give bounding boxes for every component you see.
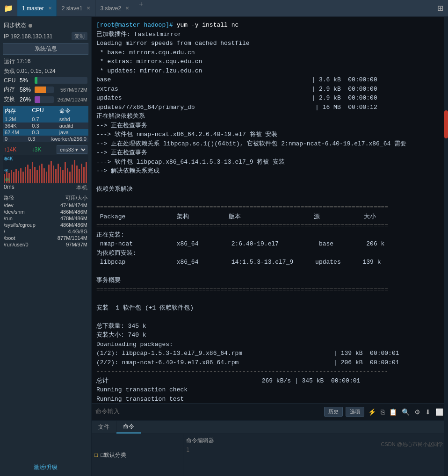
- sys-info-button[interactable]: 系统信息: [3, 43, 88, 55]
- svg-rect-34: [83, 167, 85, 183]
- sync-status-label: 同步状态: [4, 22, 26, 29]
- net-up-sparkline-label: 14K: [5, 156, 13, 161]
- mem-label: 内存: [4, 86, 18, 94]
- net-down-sparkline-label: 4K: [5, 177, 10, 182]
- cmd-input-field[interactable]: [95, 408, 324, 415]
- mem-bar-outer: [35, 87, 54, 93]
- tab-master[interactable]: 1 master ✕: [17, 0, 57, 16]
- paste-icon[interactable]: 📋: [388, 408, 398, 416]
- search-icon[interactable]: 🔍: [401, 408, 411, 416]
- settings-icon[interactable]: ⚙: [413, 408, 421, 416]
- history-button[interactable]: 历史: [324, 407, 343, 417]
- svg-rect-8: [22, 172, 24, 183]
- cmd-toolbar: 历史 选项 ⚡ ⎘ 📋 🔍 ⚙ ⬇ ⬜: [324, 407, 444, 417]
- swap-bar-inner: [35, 96, 40, 103]
- process-row: 364K 0.3 auditd: [3, 123, 88, 129]
- process-row: 1.2M 0.7 sshd: [3, 116, 88, 123]
- proc-cmd-1: auditd: [59, 123, 87, 129]
- tab-slave1[interactable]: 2 slave1 ✕: [57, 0, 96, 16]
- swap-label: 交换: [4, 95, 18, 103]
- bottom-left-panel: □ □默认分类: [92, 434, 183, 476]
- disk-header: 路径 可用/大小: [3, 194, 88, 202]
- tab-master-label: 1 master: [22, 5, 44, 12]
- net-sparkline-svg: 9K 4K: [3, 155, 89, 183]
- cmd-editor-textarea[interactable]: [193, 447, 445, 460]
- swap-bar-outer: [35, 96, 54, 103]
- watermark: CSDN @热心市民小赵同学: [381, 441, 443, 448]
- svg-rect-12: [32, 162, 33, 183]
- net-up-label: ↑14K: [4, 146, 16, 153]
- svg-rect-13: [34, 167, 36, 183]
- copy-icon[interactable]: ⎘: [380, 408, 385, 416]
- bottom-tab-list: 文件 命令: [92, 421, 448, 434]
- tab-command[interactable]: 命令: [116, 421, 141, 433]
- run-label: 运行: [4, 58, 15, 65]
- default-category-label: □默认分类: [101, 451, 126, 459]
- tab-master-close[interactable]: ✕: [48, 6, 52, 11]
- svg-rect-14: [36, 170, 38, 183]
- disk-row-3: /sys/fs/cgroup 486M/486M: [3, 222, 88, 228]
- activate-button[interactable]: 激活/升级: [3, 462, 88, 473]
- grid-view-button[interactable]: ⊞: [433, 4, 448, 13]
- proc-mem-0: 1.2M: [5, 116, 32, 122]
- proc-cpu-0: 0.7: [32, 116, 59, 122]
- svg-rect-16: [41, 164, 43, 183]
- tab-file-icon: 📁: [0, 0, 17, 16]
- sync-dot: [29, 24, 32, 28]
- download-icon[interactable]: ⬇: [424, 408, 432, 416]
- disk-row-0: /dev 474M/474M: [3, 202, 88, 209]
- tab-file[interactable]: 文件: [92, 421, 116, 433]
- net-iface-select[interactable]: ens33 ▾: [57, 145, 87, 154]
- svg-rect-19: [48, 165, 50, 183]
- mem-pct: 58%: [20, 87, 33, 93]
- disk-row-2: /run 478M/486M: [3, 215, 88, 222]
- terminal-output[interactable]: [root@master hadoop]# yum -y install nc …: [92, 17, 448, 403]
- proc-header-mem: 内存: [5, 107, 32, 115]
- svg-rect-21: [53, 166, 54, 183]
- mem-bar-inner: [35, 87, 46, 93]
- svg-rect-28: [69, 172, 71, 183]
- net-ping-row: 0ms 本机: [3, 183, 88, 192]
- scrollbar-thumb[interactable]: [444, 110, 448, 138]
- tab-slave1-close[interactable]: ✕: [87, 6, 90, 11]
- svg-rect-32: [79, 169, 80, 183]
- svg-rect-10: [27, 165, 29, 183]
- disk-row-6: /run/user/0 97M/97M: [3, 241, 88, 248]
- process-row: 62.4M 0.3 java: [3, 129, 88, 136]
- process-table: 1.2M 0.7 sshd 364K 0.3 auditd 62.4M 0.3 …: [3, 116, 88, 142]
- load-label: 负载: [4, 68, 15, 74]
- disk-size-header: 可用/大小: [65, 195, 87, 202]
- svg-rect-33: [81, 164, 82, 183]
- net-header: ↑14K ↓3K ens33 ▾: [3, 144, 88, 155]
- copy-ip-button[interactable]: 复制: [72, 32, 87, 40]
- ping-val: 0ms: [4, 184, 14, 192]
- tab-slave2[interactable]: 3 slave2 ✕: [95, 0, 134, 16]
- svg-rect-9: [25, 167, 26, 183]
- proc-mem-3: 0: [5, 136, 28, 142]
- mem-bar-row: 内存 58% 567M/972M: [3, 85, 88, 94]
- options-button[interactable]: 选项: [346, 407, 364, 417]
- run-time-val: 17:16: [16, 58, 30, 65]
- svg-text:4K: 4K: [4, 168, 8, 173]
- proc-cpu-3: 0.3: [28, 136, 51, 142]
- disk-row-1: /dev/shm 486M/486M: [3, 209, 88, 215]
- svg-rect-29: [72, 165, 73, 183]
- ip-row: IP 192.168.130.131 复制: [3, 31, 88, 41]
- cpu-bar-outer: [35, 77, 87, 84]
- lightning-icon[interactable]: ⚡: [367, 408, 377, 416]
- proc-cmd-0: sshd: [59, 116, 87, 122]
- tab-add-button[interactable]: +: [134, 0, 148, 16]
- svg-rect-3: [11, 170, 12, 183]
- bottom-content: □ □默认分类 命令编辑器 1: [92, 434, 448, 476]
- svg-rect-15: [39, 166, 40, 183]
- cpu-pct: 5%: [20, 77, 33, 84]
- disk-path-header: 路径: [4, 195, 14, 202]
- svg-rect-24: [60, 167, 61, 183]
- svg-rect-27: [67, 168, 68, 183]
- sync-status: 同步状态: [3, 20, 88, 31]
- svg-rect-30: [74, 160, 75, 183]
- tab-slave2-close[interactable]: ✕: [125, 6, 129, 11]
- fullscreen-icon[interactable]: ⬜: [434, 408, 444, 416]
- svg-rect-17: [43, 168, 45, 183]
- terminal-area: [root@master hadoop]# yum -y install nc …: [92, 17, 448, 476]
